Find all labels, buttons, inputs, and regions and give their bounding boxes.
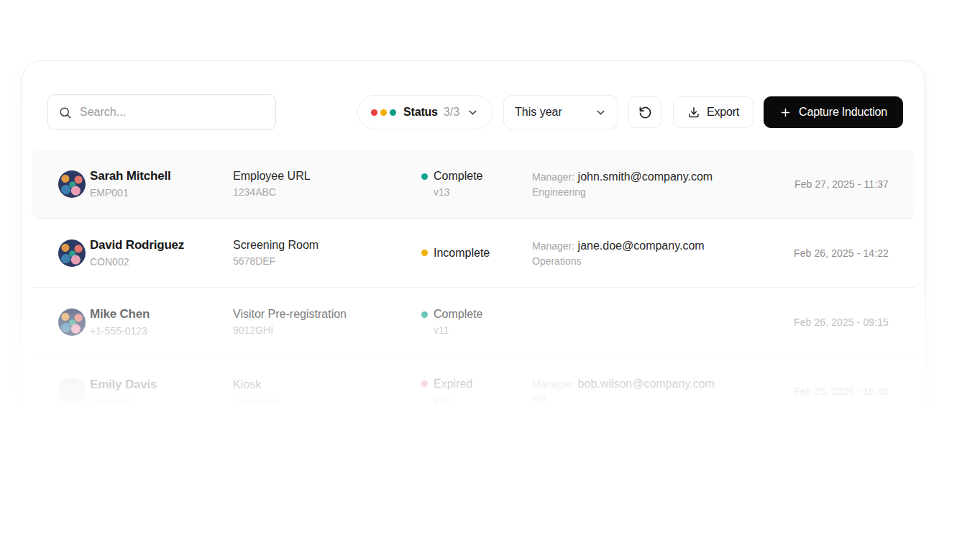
manager-label: Manager: (532, 378, 574, 390)
avatar (58, 240, 86, 267)
department-label: Operations (532, 255, 759, 267)
avatar (58, 309, 86, 336)
timestamp-cell: Feb 26, 2025 - 09:15 (759, 316, 889, 328)
manager-cell: Manager: john.smith@company.com Engineer… (532, 170, 759, 198)
avatar-cell (58, 378, 90, 405)
timestamp-cell: Feb 27, 2025 - 11:37 (759, 178, 889, 190)
manager-cell: Manager: jane.doe@company.com Operations (532, 240, 759, 267)
search-input[interactable] (80, 106, 265, 119)
timestamp-cell: Feb 26, 2025 - 14:22 (759, 247, 889, 259)
induction-type: Visitor Pre-registration (233, 308, 421, 321)
version-label: v11 (434, 324, 532, 336)
inductions-panel: Status 3/3 This year Export Capture Indu… (22, 60, 925, 460)
avatar-cell (58, 170, 90, 198)
avatar-cell (58, 240, 90, 267)
person-id (90, 398, 132, 405)
person-cell: David Rodriguez CON002 (90, 238, 233, 268)
timestamp: Feb 26, 2025 - 14:22 (794, 247, 889, 259)
version-label: v10 (434, 394, 532, 406)
person-id: EMP001 (90, 187, 233, 199)
person-cell: Mike Chen +1-555-0123 (90, 307, 233, 337)
department-label: Engineering (532, 186, 759, 198)
avatar-cell (58, 309, 90, 336)
person-name: David Rodriguez (90, 238, 233, 252)
person-name: Emily Davis (90, 378, 233, 392)
timestamp: Feb 25, 2025 - 16:45 (794, 386, 889, 397)
person-id: +1-555-0123 (90, 325, 233, 337)
status-cell: Complete v13 (421, 170, 532, 198)
person-id: CON002 (90, 256, 233, 268)
download-icon (687, 106, 700, 119)
search-icon (58, 106, 72, 119)
status-filter-count: 3/3 (444, 106, 459, 119)
status-label: Incomplete (434, 247, 490, 260)
induction-type: Kiosk (233, 378, 421, 391)
induction-row[interactable]: David Rodriguez CON002 Screening Room 56… (32, 219, 915, 288)
person-cell: Emily Davis (90, 378, 233, 405)
status-dot-icon (390, 109, 396, 116)
avatar (58, 170, 86, 198)
manager-cell: Manager: bob.wilson@company.com HR (532, 378, 759, 405)
period-select-value: This year (515, 106, 562, 119)
capture-induction-label: Capture Induction (799, 106, 887, 119)
capture-induction-button[interactable]: Capture Induction (764, 96, 903, 128)
status-label: Expired (434, 378, 472, 391)
induction-code (233, 398, 280, 404)
chevron-down-icon (467, 106, 479, 119)
status-dot-icon (380, 109, 387, 116)
induction-row[interactable]: Emily Davis Kiosk Expired v10 Manager: b… (32, 357, 915, 426)
status-dot-icon (421, 173, 428, 180)
timestamp: Feb 27, 2025 - 11:37 (794, 178, 889, 190)
person-cell: Sarah Mitchell EMP001 (90, 169, 233, 199)
induction-type: Screening Room (233, 239, 421, 252)
induction-row[interactable]: Mike Chen +1-555-0123 Visitor Pre-regist… (32, 288, 915, 357)
status-cell: Complete v11 (421, 308, 532, 336)
induction-row[interactable]: Sarah Mitchell EMP001 Employee URL 1234A… (32, 150, 915, 219)
plus-icon (779, 106, 792, 119)
status-cell: Incomplete (421, 247, 532, 260)
manager-email: jane.doe@company.com (578, 240, 705, 252)
type-cell: Screening Room 5678DEF (233, 239, 421, 267)
timestamp-cell: Feb 25, 2025 - 16:45 (759, 386, 889, 397)
refresh-icon (638, 106, 652, 119)
status-filter-label: Status (403, 106, 438, 119)
status-dot-icon (421, 311, 428, 318)
chevron-down-icon (595, 106, 607, 119)
status-filter-dots (371, 109, 396, 116)
induction-code: 5678DEF (233, 255, 421, 267)
status-dot-icon (421, 250, 428, 256)
timestamp: Feb 26, 2025 - 09:15 (794, 316, 889, 328)
avatar (58, 378, 86, 405)
department-label: HR (532, 393, 759, 405)
status-label: Complete (434, 308, 482, 321)
search-box[interactable] (47, 94, 276, 130)
period-select[interactable]: This year (503, 95, 618, 129)
export-label: Export (707, 106, 739, 119)
manager-email: bob.wilson@company.com (578, 378, 715, 390)
induction-list: Sarah Mitchell EMP001 Employee URL 1234A… (32, 150, 915, 426)
status-cell: Expired v10 (421, 378, 532, 406)
status-label: Complete (434, 170, 482, 183)
version-label: v13 (434, 186, 532, 198)
status-dot-icon (371, 109, 377, 116)
status-dot-icon (421, 380, 428, 387)
type-cell: Employee URL 1234ABC (233, 170, 421, 198)
manager-label: Manager: (532, 240, 574, 252)
type-cell: Visitor Pre-registration 9012GHI (233, 308, 421, 336)
refresh-button[interactable] (628, 96, 661, 128)
type-cell: Kiosk (233, 378, 421, 404)
induction-code: 1234ABC (233, 186, 421, 198)
page: Status 3/3 This year Export Capture Indu… (0, 0, 980, 538)
toolbar: Status 3/3 This year Export Capture Indu… (22, 61, 925, 130)
manager-email: john.smith@company.com (578, 170, 713, 183)
person-name: Mike Chen (90, 307, 233, 322)
person-name: Sarah Mitchell (90, 169, 233, 183)
induction-code: 9012GHI (233, 324, 421, 336)
manager-label: Manager: (532, 171, 574, 183)
export-button[interactable]: Export (673, 96, 754, 128)
induction-type: Employee URL (233, 170, 421, 183)
status-filter-button[interactable]: Status 3/3 (357, 95, 493, 129)
